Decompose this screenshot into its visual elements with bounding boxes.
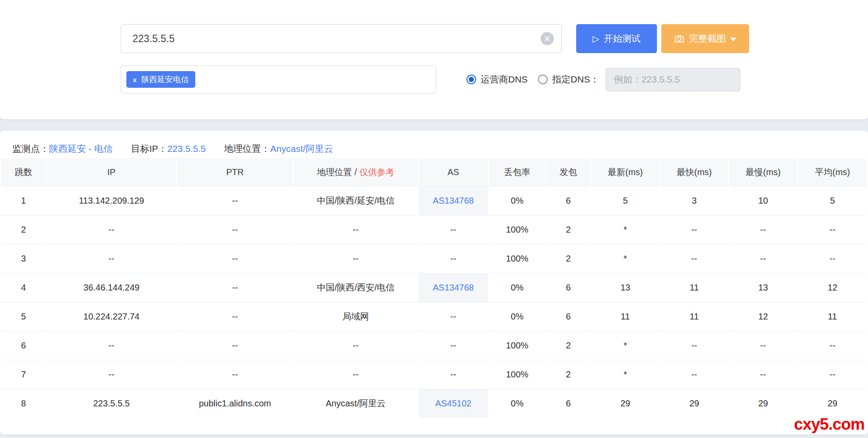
probe-select-box[interactable]: x 陕西延安电信 [121,65,436,93]
full-screenshot-button[interactable]: 完整截图 [661,24,749,53]
table-row: 510.224.227.74--局域网--0%611111211 [1,302,867,331]
cell-avg: -- [798,244,867,273]
as-link[interactable]: AS134768 [433,196,473,205]
cell-last: * [592,244,659,273]
cell-loss: 100% [489,215,545,244]
cell-sent: 2 [546,360,590,389]
cell-avg: -- [798,360,867,389]
col-sent: 发包 [546,158,590,186]
cell-avg: 11 [798,302,867,331]
clear-input-icon[interactable]: ✕ [541,32,554,45]
cell-ip: -- [47,215,176,244]
cell-loss: 100% [489,331,545,360]
cell-ptr: -- [177,302,293,331]
cell-best: -- [660,215,728,244]
col-fastest: 最快(ms) [660,158,728,186]
col-latest: 最新(ms) [592,158,659,186]
cell-as: -- [419,331,488,360]
summary-line: 监测点：陕西延安 - 电信 目标IP：223.5.5.5 地理位置：Anycas… [0,131,868,158]
cell-last: 11 [592,302,659,331]
start-test-label: 开始测试 [604,32,641,45]
cell-loss: 0% [489,389,545,418]
cell-ptr: -- [177,244,293,273]
col-slowest: 最慢(ms) [729,158,797,186]
custom-dns-input[interactable] [606,68,740,91]
radio-unselected-icon[interactable] [538,75,548,84]
probe-tag-label: 陕西延安电信 [141,74,189,85]
cell-geo: 中国/陕西/西安/电信 [294,273,417,302]
cell-best: 3 [660,186,728,215]
cell-worst: 13 [729,273,797,302]
table-row: 7--------100%2*------ [1,360,867,389]
custom-dns-label: 指定DNS： [552,73,599,86]
table-row: 6--------100%2*------ [1,331,867,360]
cell-best: -- [660,244,728,273]
cell-avg: -- [798,215,867,244]
play-icon: ▷ [592,34,599,43]
cell-best: 11 [660,273,728,302]
cell-sent: 6 [546,186,590,215]
cell-ptr: public1.alidns.com [177,389,293,418]
cell-as: AS45102 [419,389,488,418]
cell-last: 29 [592,389,659,418]
cell-loss: 0% [489,273,545,302]
table-row: 3--------100%2*------ [1,244,867,273]
cell-sent: 6 [546,302,590,331]
cell-ip: -- [47,244,176,273]
radio-custom-dns[interactable]: 指定DNS： [538,73,599,86]
target-ip-link[interactable]: 223.5.5.5 [167,144,206,154]
cell-worst: -- [729,360,797,389]
table-row: 2--------100%2*------ [1,215,867,244]
cell-sent: 6 [546,389,590,418]
options-row: x 陕西延安电信 运营商DNS 指定DNS： [121,65,740,93]
col-as: AS [419,158,488,186]
cell-hop: 7 [1,360,46,389]
cell-last: 13 [592,273,659,302]
remove-tag-icon[interactable]: x [133,76,136,83]
cell-ip: -- [47,331,176,360]
probe-tag[interactable]: x 陕西延安电信 [126,71,195,88]
cell-best: -- [660,360,728,389]
cell-last: * [592,215,659,244]
cell-sent: 2 [546,331,590,360]
result-panel: 监测点：陕西延安 - 电信 目标IP：223.5.5.5 地理位置：Anycas… [0,131,868,434]
monitor-link[interactable]: 陕西延安 - 电信 [49,144,113,154]
cell-worst: 29 [729,389,797,418]
query-row: ✕ ▷ 开始测试 完整截图 [121,24,749,53]
cell-worst: 12 [729,302,797,331]
cell-ptr: -- [177,186,293,215]
as-link[interactable]: AS45102 [435,399,471,408]
table-row: 1113.142.209.129--中国/陕西/延安/电信AS1347680%6… [1,186,867,215]
cell-best: 29 [660,389,728,418]
cell-hop: 6 [1,331,46,360]
cell-worst: -- [729,331,797,360]
radio-carrier-dns[interactable]: 运营商DNS [466,73,527,86]
cell-worst: -- [729,244,797,273]
geo-link[interactable]: Anycast/阿里云 [270,144,334,154]
monitor-label: 监测点： [12,144,49,154]
cell-ptr: -- [177,273,293,302]
radio-selected-icon[interactable] [466,75,476,84]
cell-geo: -- [294,215,417,244]
cell-hop: 1 [1,186,46,215]
cell-ip: 113.142.209.129 [47,186,176,215]
cell-avg: 12 [798,273,867,302]
target-input-wrap: ✕ [121,24,562,53]
watermark: cxy5.com [794,415,864,434]
target-input[interactable] [121,24,562,53]
as-link[interactable]: AS134768 [433,283,473,292]
start-test-button[interactable]: ▷ 开始测试 [576,24,657,53]
table-row: 8223.5.5.5public1.alidns.comAnycast/阿里云A… [1,389,867,418]
query-panel: ✕ ▷ 开始测试 完整截图 x 陕西延安电信 运营商DNS [0,0,868,119]
cell-hop: 2 [1,215,46,244]
cell-hop: 8 [1,389,46,418]
carrier-dns-label: 运营商DNS [481,73,527,86]
col-average: 平均(ms) [798,158,867,186]
cell-avg: 29 [798,389,867,418]
cell-as: -- [419,360,488,389]
cell-hop: 4 [1,273,46,302]
cell-geo: Anycast/阿里云 [294,389,417,418]
camera-icon [674,33,685,44]
cell-geo: 局域网 [294,302,417,331]
cell-sent: 6 [546,273,590,302]
